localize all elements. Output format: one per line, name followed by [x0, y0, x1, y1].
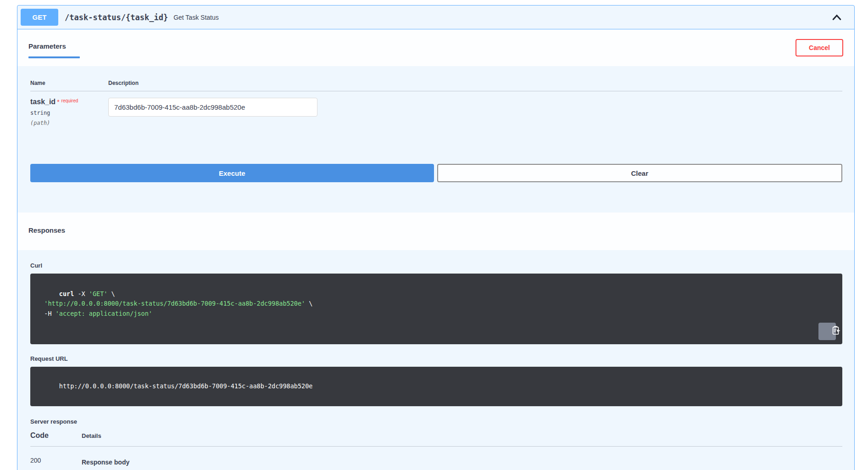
tab-parameters-label: Parameters	[28, 42, 66, 50]
status-code: 200	[30, 457, 82, 470]
parameter-location: (path)	[30, 120, 108, 126]
copy-to-clipboard-icon	[813, 319, 840, 344]
method-badge: GET	[21, 9, 58, 26]
required-asterisk: *	[57, 98, 59, 106]
endpoint-summary-text: Get Task Status	[173, 14, 219, 21]
code-column-header: Code	[30, 431, 82, 440]
curl-command-text: curl -X 'GET' \ 'http://0.0.0.0:8000/tas…	[37, 290, 312, 317]
name-column-header: Name	[30, 80, 108, 86]
responses-title: Responses	[28, 226, 65, 234]
response-details-cell: Response body { "status": "PENDING" }	[82, 457, 842, 470]
server-response-label: Server response	[30, 418, 842, 425]
chevron-up-icon	[831, 17, 842, 24]
response-body-label: Response body	[82, 459, 842, 466]
collapse-button[interactable]	[829, 9, 845, 26]
parameter-name-cell: task_id*required string (path)	[30, 98, 108, 126]
task-id-input[interactable]	[108, 98, 317, 117]
parameters-table: Name Description task_id*required string…	[17, 66, 854, 126]
required-label: required	[61, 98, 78, 103]
server-response-row: 200 Response body { "status": "PENDING" …	[30, 447, 842, 470]
curl-copy-button[interactable]	[818, 323, 836, 340]
parameter-row: task_id*required string (path)	[30, 91, 842, 126]
parameter-name: task_id	[30, 98, 56, 106]
description-column-header: Description	[108, 80, 842, 86]
cancel-button[interactable]: Cancel	[796, 39, 843, 56]
parameter-description-cell	[108, 98, 842, 126]
responses-body: Curl curl -X 'GET' \ 'http://0.0.0.0:800…	[17, 250, 854, 470]
request-url-bar: http://0.0.0.0:8000/task-status/7d63bd6b…	[30, 367, 842, 407]
responses-section-header: Responses	[17, 213, 854, 250]
parameters-section-header: Parameters Cancel	[17, 29, 854, 66]
request-url-label: Request URL	[30, 355, 842, 362]
clear-button[interactable]: Clear	[437, 164, 843, 182]
server-response-table-header: Code Details	[30, 431, 842, 447]
endpoint-summary-header[interactable]: GET /task-status/{task_id} Get Task Stat…	[17, 6, 854, 29]
parameters-table-header: Name Description	[30, 80, 842, 91]
details-column-header: Details	[82, 432, 842, 439]
active-tab-underline	[28, 56, 80, 58]
curl-command-block: curl -X 'GET' \ 'http://0.0.0.0:8000/tas…	[30, 274, 842, 344]
tab-parameters[interactable]: Parameters	[28, 38, 80, 58]
request-url-value: http://0.0.0.0:8000/task-status/7d63bd6b…	[59, 382, 313, 390]
endpoint-path: /task-status/{task_id}	[65, 13, 168, 22]
execute-wrapper: Execute Clear	[17, 126, 854, 192]
execute-button[interactable]: Execute	[30, 164, 434, 182]
endpoint-panel: GET /task-status/{task_id} Get Task Stat…	[17, 5, 855, 470]
parameter-type: string	[30, 110, 108, 116]
curl-label: Curl	[30, 262, 842, 269]
